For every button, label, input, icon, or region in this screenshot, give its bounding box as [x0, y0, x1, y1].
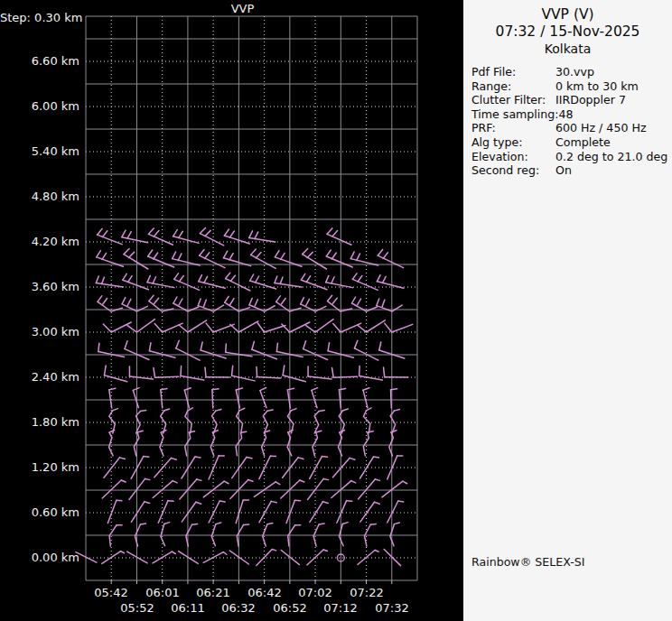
parameter-value: On [555, 163, 572, 178]
x-axis-label: 06:32 [211, 601, 266, 616]
y-axis-label: 4.80 km [0, 190, 79, 204]
x-axis-label: 06:52 [263, 601, 317, 616]
x-axis-label: 07:12 [313, 601, 368, 616]
y-axis-label: 6.60 km [0, 54, 79, 69]
parameter-label: Time sampling: [471, 107, 559, 122]
y-axis-label: 6.00 km [0, 99, 79, 114]
wind-barb-plot-canvas [0, 0, 463, 621]
parameter-value: 0.2 deg to 21.0 deg [555, 150, 667, 164]
y-axis-label: 4.20 km [0, 235, 79, 249]
plot-title: VVP [77, 2, 408, 16]
vvp-application-window: Step: 0.30 km VVP 6.60 km 6.00 km 5.40 k… [0, 0, 672, 621]
parameter-label: Elevation: [471, 150, 555, 164]
product-datetime: 07:32 / 15-Nov-2025 [463, 23, 672, 41]
x-axis-label: 07:22 [340, 586, 394, 600]
vendor-branding: Rainbow® SELEX-SI [471, 555, 584, 569]
x-axis-label: 05:52 [110, 601, 164, 616]
x-axis-label: 07:02 [288, 586, 342, 600]
y-axis-label: 3.00 km [0, 325, 79, 339]
parameter-value: Complete [555, 135, 611, 150]
y-axis-label: 1.20 km [0, 460, 79, 475]
x-axis-label: 07:32 [365, 601, 419, 616]
x-axis-label: 06:01 [135, 586, 190, 600]
parameter-label: Range: [471, 79, 555, 94]
parameter-row: Time sampling: 48 [471, 107, 672, 122]
parameter-row: Elevation: 0.2 deg to 21.0 deg [471, 150, 672, 164]
parameter-label: Alg type: [471, 135, 555, 150]
height-step-label: Step: 0.30 km [0, 11, 79, 25]
site-name: Kolkata [463, 41, 672, 57]
parameter-row: Second reg: On [471, 163, 672, 178]
parameter-label: Second reg: [471, 163, 555, 178]
parameter-label: Pdf File: [471, 65, 555, 79]
x-axis-label: 06:42 [238, 586, 292, 600]
y-axis-label: 0.60 km [0, 505, 79, 520]
parameter-value: 0 km to 30 km [555, 79, 639, 94]
info-panel: VVP (V) 07:32 / 15-Nov-2025 Kolkata Pdf … [463, 0, 672, 621]
x-axis-label: 06:21 [186, 586, 240, 600]
parameter-value: 600 Hz / 450 Hz [555, 121, 647, 135]
parameter-label: PRF: [471, 121, 555, 135]
parameter-label: Clutter Filter: [471, 93, 555, 107]
parameter-value: IIRDoppler 7 [555, 93, 626, 107]
parameter-value: 48 [559, 107, 574, 122]
parameter-row: Alg type: Complete [471, 135, 672, 150]
parameter-value: 30.vvp [555, 65, 594, 79]
y-axis-label: 0.00 km [0, 551, 79, 565]
vvp-chart-panel: Step: 0.30 km VVP 6.60 km 6.00 km 5.40 k… [0, 0, 463, 621]
parameter-row: Clutter Filter: IIRDoppler 7 [471, 93, 672, 107]
product-title: VVP (V) [463, 6, 672, 23]
y-axis-label: 5.40 km [0, 144, 79, 159]
parameter-row: Pdf File: 30.vvp [471, 65, 672, 79]
parameter-row: Range: 0 km to 30 km [471, 79, 672, 94]
x-axis-label: 05:42 [84, 586, 138, 600]
info-panel-header: VVP (V) 07:32 / 15-Nov-2025 Kolkata [463, 0, 672, 57]
y-axis-label: 1.80 km [0, 415, 79, 430]
product-parameters: Pdf File: 30.vvp Range: 0 km to 30 km Cl… [463, 65, 672, 178]
y-axis-label: 3.60 km [0, 280, 79, 294]
y-axis-label: 2.40 km [0, 370, 79, 385]
parameter-row: PRF: 600 Hz / 450 Hz [471, 121, 672, 135]
x-axis-label: 06:11 [161, 601, 215, 616]
